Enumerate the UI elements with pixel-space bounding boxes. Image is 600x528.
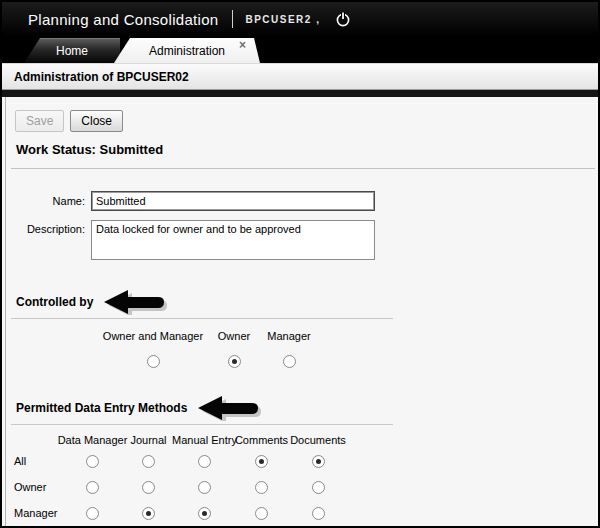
- permitted-divider: [11, 424, 393, 425]
- user-label: BPCUSER2 ,: [245, 14, 320, 25]
- radio-manager-comments[interactable]: [255, 507, 268, 520]
- page-title: Work Status: Submitted: [16, 142, 598, 157]
- radio-all-data-manager[interactable]: [86, 455, 99, 468]
- table-row-manager: Manager: [14, 500, 598, 526]
- column-header-data-manager: Data Manager: [58, 434, 128, 446]
- radio-manager-documents[interactable]: [312, 507, 325, 520]
- option-label-manager: Manager: [267, 330, 310, 342]
- column-header-manual-entry: Manual Entry: [172, 434, 237, 446]
- radio-all-journal[interactable]: [142, 455, 155, 468]
- radio-manager-journal[interactable]: [142, 507, 155, 520]
- radio-all-manual-entry[interactable]: [198, 455, 211, 468]
- radio-owner[interactable]: [228, 355, 241, 368]
- controlled-by-radios: [98, 355, 598, 368]
- option-label-owner: Owner: [218, 330, 250, 342]
- controlled-by-section-header: Controlled by: [16, 290, 598, 314]
- option-label-owner-and-manager: Owner and Manager: [103, 330, 203, 342]
- tab-home[interactable]: Home: [24, 38, 120, 63]
- tab-administration-label: Administration: [149, 44, 225, 58]
- radio-owner-documents[interactable]: [312, 481, 325, 494]
- radio-manager[interactable]: [283, 355, 296, 368]
- dark-divider-strip: [2, 90, 598, 97]
- name-input[interactable]: [91, 191, 375, 211]
- close-button[interactable]: Close: [70, 110, 123, 132]
- tab-strip: Home Administration ×: [2, 36, 598, 64]
- radio-all-documents[interactable]: [312, 455, 325, 468]
- app-window: Planning and Consolidation BPCUSER2 , Ho…: [0, 0, 600, 528]
- permitted-title: Permitted Data Entry Methods: [16, 401, 187, 415]
- title-separator: [232, 10, 233, 28]
- description-label: Description:: [11, 220, 91, 235]
- app-title: Planning and Consolidation: [28, 11, 218, 28]
- radio-all-comments[interactable]: [255, 455, 268, 468]
- controlled-by-title: Controlled by: [16, 295, 93, 309]
- annotation-arrow-icon: [197, 395, 263, 421]
- radio-manager-data-manager[interactable]: [86, 507, 99, 520]
- radio-owner-data-manager[interactable]: [86, 481, 99, 494]
- radio-owner-manual-entry[interactable]: [198, 481, 211, 494]
- description-input[interactable]: [91, 220, 375, 260]
- column-header-documents: Documents: [290, 434, 346, 446]
- table-row-all: All: [14, 448, 598, 474]
- close-tab-icon[interactable]: ×: [239, 39, 246, 51]
- toolbar: Save Close: [6, 103, 598, 138]
- column-header-journal: Journal: [130, 434, 166, 446]
- description-row: Description:: [11, 220, 598, 260]
- permitted-section-header: Permitted Data Entry Methods: [16, 396, 598, 420]
- permitted-grid: Data Manager Journal Manual Entry Commen…: [14, 432, 598, 528]
- permitted-column-headers: Data Manager Journal Manual Entry Commen…: [14, 432, 598, 448]
- radio-manager-manual-entry[interactable]: [198, 507, 211, 520]
- top-bar: Planning and Consolidation BPCUSER2 ,: [2, 2, 598, 36]
- row-label-owner: Owner: [14, 481, 46, 493]
- power-icon[interactable]: [334, 10, 352, 28]
- title-divider: [11, 168, 595, 169]
- radio-owner-comments[interactable]: [255, 481, 268, 494]
- radio-owner-and-manager[interactable]: [147, 355, 160, 368]
- name-label: Name:: [11, 195, 91, 207]
- radio-owner-journal[interactable]: [142, 481, 155, 494]
- save-button[interactable]: Save: [15, 110, 64, 132]
- admin-header-band: Administration of BPCUSER02: [2, 64, 598, 90]
- content-panel: Save Close Work Status: Submitted Name: …: [5, 97, 598, 528]
- admin-band-title: Administration of BPCUSER02: [14, 70, 189, 84]
- table-row-owner: Owner: [14, 474, 598, 500]
- row-label-manager: Manager: [14, 507, 57, 519]
- controlled-by-option-labels: Owner and Manager Owner Manager: [98, 319, 598, 342]
- annotation-arrow-icon: [103, 289, 169, 315]
- column-header-comments: Comments: [235, 434, 288, 446]
- name-row: Name:: [11, 191, 598, 211]
- tab-administration[interactable]: Administration ×: [114, 38, 260, 63]
- row-label-all: All: [14, 455, 26, 467]
